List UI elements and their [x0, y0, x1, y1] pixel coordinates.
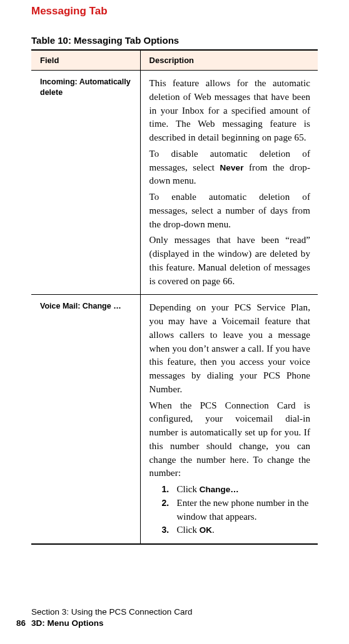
table-row: Voice Mail: Change … Depending on your P…: [31, 295, 318, 544]
field-cell: Voice Mail: Change …: [31, 295, 140, 544]
page-footer: 86 Section 3: Using the PCS Connection C…: [31, 607, 192, 629]
body-text: This feature allows for the automatic de…: [149, 77, 310, 145]
options-table: Field Description Incoming: Automaticall…: [31, 49, 318, 545]
steps-list: 1.Click Change… 2.Enter the new phone nu…: [149, 483, 310, 537]
body-text: To disable automatic deletion of message…: [149, 147, 310, 188]
step-item: 3.Click OK.: [162, 523, 310, 537]
step-item: 2.Enter the new phone number in the wind…: [162, 497, 310, 524]
page-number: 86: [16, 618, 26, 629]
header-field: Field: [31, 50, 140, 71]
section-title: Messaging Tab: [31, 5, 318, 17]
description-cell: Depending on your PCS Service Plan, you …: [140, 295, 318, 544]
table-caption: Table 10: Messaging Tab Options: [31, 35, 318, 46]
body-text: When the PCS Connection Card is configur…: [149, 399, 310, 481]
body-text: To enable automatic deletion of messages…: [149, 191, 310, 231]
step-item: 1.Click Change…: [162, 483, 310, 497]
description-cell: This feature allows for the automatic de…: [140, 71, 318, 295]
body-text: Only messages that have been “read” (dis…: [149, 234, 310, 288]
inline-bold: OK: [200, 525, 212, 535]
footer-subsection: 3D: Menu Options: [31, 618, 104, 628]
footer-section-path: Section 3: Using the PCS Connection Card: [31, 607, 192, 618]
header-description: Description: [140, 50, 318, 71]
body-text: Depending on your PCS Service Plan, you …: [149, 301, 310, 396]
field-cell: Incoming: Automatically delete: [31, 71, 140, 295]
inline-bold: Never: [220, 163, 243, 172]
table-row: Incoming: Automatically delete This feat…: [31, 71, 318, 295]
inline-bold: Change…: [200, 485, 239, 494]
